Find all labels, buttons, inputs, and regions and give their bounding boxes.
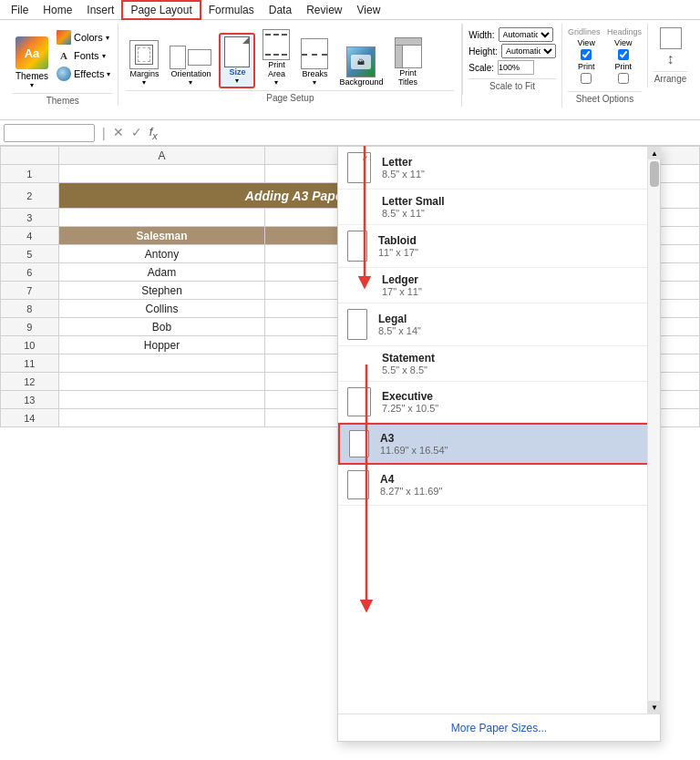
size-option-statement[interactable]: Statement 5.5" x 8.5" <box>338 346 660 382</box>
name-box[interactable]: G16 <box>4 124 95 142</box>
background-label: Background <box>339 77 383 87</box>
print-area-button[interactable]: PrintArea ▾ <box>259 27 293 88</box>
gridlines-view-label: View <box>578 38 595 47</box>
letter-small-text: Letter Small 8.5" x 11" <box>382 195 651 219</box>
cell-a13[interactable] <box>58 391 265 409</box>
cell-a4[interactable]: Salesman <box>58 227 265 245</box>
size-option-letter-small[interactable]: Letter Small 8.5" x 11" <box>338 190 660 225</box>
ribbon: Aa Themes ▾ Colors ▾ A Fonts <box>0 20 700 120</box>
col-header-a[interactable]: A <box>58 147 265 165</box>
cell-a9[interactable]: Bob <box>58 318 265 336</box>
cell-a10[interactable]: Hopper <box>58 336 265 354</box>
background-button[interactable]: 🏔 Background <box>335 45 386 88</box>
a3-text: A3 11.69" x 16.54" <box>380 432 649 456</box>
scroll-thumb[interactable] <box>650 161 659 187</box>
gridlines-view-check[interactable] <box>581 49 592 60</box>
cell-a12[interactable] <box>58 373 265 391</box>
print-titles-label: PrintTitles <box>398 68 417 87</box>
cell-a14[interactable] <box>58 409 265 427</box>
formula-icons: ✕ ✓ fx <box>113 125 158 141</box>
cell-a8[interactable]: Collins <box>58 300 265 318</box>
row-num-9: 9 <box>1 318 59 336</box>
cell-a1[interactable] <box>58 165 265 183</box>
themes-group: Aa Themes ▾ Colors ▾ A Fonts <box>7 24 118 106</box>
row-num-11: 11 <box>1 354 59 373</box>
height-select[interactable]: Automatic <box>501 44 556 58</box>
tabloid-text: Tabloid 11" x 17" <box>378 234 651 258</box>
formula-input[interactable] <box>161 125 696 141</box>
gridlines-print-label: Print <box>578 62 595 71</box>
menu-review[interactable]: Review <box>299 2 349 18</box>
width-select[interactable]: Automatic <box>499 27 553 42</box>
size-option-letter[interactable]: ✓ Letter 8.5" x 11" <box>338 147 660 190</box>
size-option-executive[interactable]: Executive 7.25" x 10.5" <box>338 382 660 423</box>
size-option-legal[interactable]: Legal 8.5" x 14" <box>338 303 660 346</box>
executive-text: Executive 7.25" x 10.5" <box>382 390 651 414</box>
fonts-button[interactable]: A Fonts ▾ <box>55 47 112 64</box>
headings-view-check[interactable] <box>618 49 629 60</box>
row-num-5: 5 <box>1 245 59 263</box>
menu-bar: File Home Insert Page Layout Formulas Da… <box>0 0 700 20</box>
size-label: Size <box>229 67 245 77</box>
themes-button[interactable]: Aa Themes ▾ <box>13 36 51 89</box>
fx-icon[interactable]: fx <box>149 125 158 141</box>
legal-text: Legal 8.5" x 14" <box>378 313 651 336</box>
margins-button[interactable]: Margins ▾ <box>126 38 162 88</box>
page-setup-label: Page Setup <box>126 90 454 103</box>
effects-button[interactable]: Effects ▾ <box>55 66 112 82</box>
size-option-tabloid[interactable]: Tabloid 11" x 17" <box>338 225 660 268</box>
cell-a11[interactable] <box>58 354 265 373</box>
menu-home[interactable]: Home <box>36 2 79 18</box>
size-dropdown: ✓ Letter 8.5" x 11" Letter Small 8.5" x … <box>337 146 661 742</box>
cell-a7[interactable]: Stephen <box>58 282 265 300</box>
size-button[interactable]: Size ▾ <box>219 33 255 88</box>
menu-view[interactable]: View <box>350 2 388 18</box>
colors-button[interactable]: Colors ▾ <box>55 29 112 46</box>
headings-print-check[interactable] <box>618 73 629 84</box>
scale-input[interactable] <box>498 60 534 75</box>
row-num-4: 4 <box>1 227 59 245</box>
width-label: Width: <box>468 30 494 40</box>
row-num-7: 7 <box>1 282 59 300</box>
size-option-a4[interactable]: A4 8.27" x 11.69" <box>338 465 660 506</box>
a4-paper-icon <box>347 470 369 499</box>
menu-formulas[interactable]: Formulas <box>201 2 262 18</box>
themes-group-label: Themes <box>13 93 112 106</box>
menu-page-layout[interactable]: Page Layout <box>121 0 201 20</box>
row-num-14: 14 <box>1 409 59 427</box>
page-setup-group: Margins ▾ Orientation ▾ <box>118 24 462 107</box>
dropdown-scroll[interactable]: ✓ Letter 8.5" x 11" Letter Small 8.5" x … <box>338 147 660 714</box>
headings-print-label: Print <box>614 62 632 71</box>
row-num-12: 12 <box>1 373 59 391</box>
cell-a6[interactable]: Adam <box>58 263 265 282</box>
headings-view-label: View <box>614 38 632 47</box>
menu-file[interactable]: File <box>4 2 36 18</box>
cancel-icon[interactable]: ✕ <box>113 125 124 141</box>
print-area-label: PrintArea <box>268 60 285 78</box>
orientation-button[interactable]: Orientation ▾ <box>166 44 215 88</box>
scale-label: Scale: <box>468 63 494 73</box>
row-num-2: 2 <box>1 183 59 209</box>
breaks-button[interactable]: Breaks ▾ <box>297 36 332 88</box>
margins-label: Margins <box>129 69 159 78</box>
size-option-a3[interactable]: A3 11.69" x 16.54" <box>338 423 660 465</box>
ledger-text: Ledger 17" x 11" <box>382 273 651 297</box>
tabloid-paper-icon <box>347 231 367 262</box>
menu-insert[interactable]: Insert <box>79 2 121 18</box>
cell-a5[interactable]: Antony <box>58 245 265 263</box>
row-num-6: 6 <box>1 263 59 282</box>
print-titles-button[interactable]: PrintTitles <box>391 36 426 88</box>
menu-data[interactable]: Data <box>262 2 299 18</box>
cell-a3[interactable] <box>58 209 265 227</box>
size-option-ledger[interactable]: Ledger 17" x 11" <box>338 268 660 303</box>
sheet-options-label: Sheet Options <box>568 91 642 104</box>
more-paper-sizes-link[interactable]: More Paper Sizes... <box>338 714 660 741</box>
formula-bar: G16 | ✕ ✓ fx <box>0 120 700 146</box>
scroll-down-button[interactable]: ▼ <box>648 701 661 714</box>
letter-paper-icon: ✓ <box>347 152 371 183</box>
gridlines-print-check[interactable] <box>581 73 592 84</box>
dropdown-scrollbar: ▲ ▼ <box>647 147 660 714</box>
scroll-up-button[interactable]: ▲ <box>648 147 661 159</box>
arrange-label: Arrange <box>654 71 687 84</box>
confirm-icon[interactable]: ✓ <box>131 125 142 141</box>
